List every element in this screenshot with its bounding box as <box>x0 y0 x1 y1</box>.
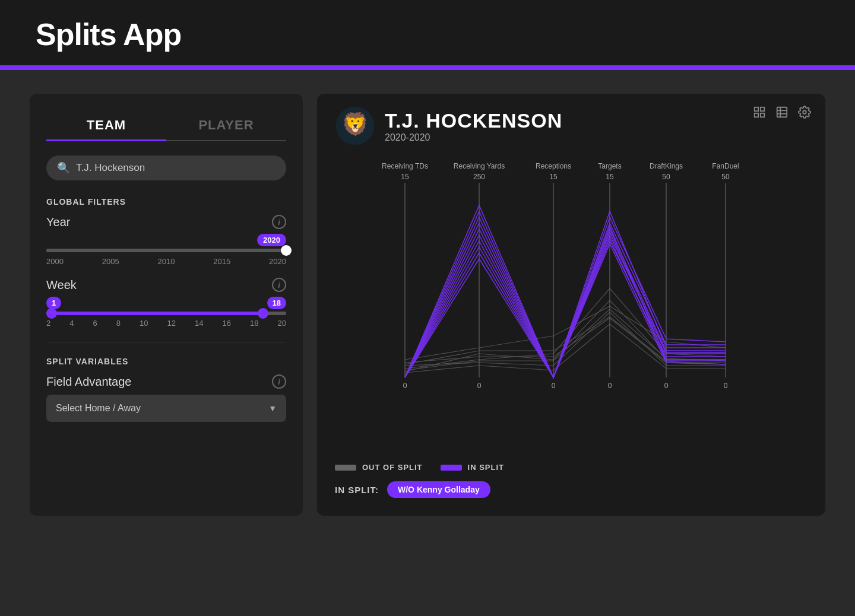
week-filter-row: Week i <box>46 278 286 292</box>
week-label-20: 20 <box>277 319 286 328</box>
dropdown-arrow-icon: ▼ <box>268 404 277 413</box>
tab-team[interactable]: TEAM <box>46 112 166 141</box>
left-panel: TEAM PLAYER 🔍 GLOBAL FILTERS Year i 2020 <box>30 94 303 516</box>
year-label-2015: 2015 <box>213 257 230 266</box>
home-away-dropdown[interactable]: Select Home / Away ▼ <box>46 395 286 422</box>
week-label-18: 18 <box>250 319 258 328</box>
chart-area: Receiving TDs Receiving Yards Receptions… <box>335 158 808 455</box>
week-label-14: 14 <box>195 319 203 328</box>
week-bubbles: 1 18 <box>46 297 286 309</box>
tab-active-indicator <box>46 139 166 141</box>
svg-rect-2 <box>761 113 764 117</box>
svg-rect-4 <box>777 107 787 118</box>
header: Splits App <box>0 0 855 65</box>
week-slider-thumb-left[interactable] <box>46 308 57 319</box>
search-icon: 🔍 <box>57 161 70 174</box>
global-filters-label: GLOBAL FILTERS <box>46 197 286 207</box>
year-label-2005: 2005 <box>102 257 119 266</box>
app-title: Splits App <box>36 17 819 52</box>
year-info-icon[interactable]: i <box>272 215 286 229</box>
week-slider-thumb-right[interactable] <box>258 308 268 319</box>
week-label-10: 10 <box>140 319 148 328</box>
svg-text:DraftKings: DraftKings <box>650 162 683 170</box>
year-filter-row: Year i <box>46 215 286 229</box>
settings-icon[interactable] <box>798 106 811 122</box>
legend-in-split: IN SPLIT <box>441 463 504 472</box>
field-advantage-row: Field Advantage i <box>46 374 286 389</box>
svg-text:250: 250 <box>473 173 485 181</box>
svg-text:FanDuel: FanDuel <box>712 162 739 170</box>
svg-text:0: 0 <box>403 382 407 390</box>
purple-divider <box>0 65 855 70</box>
week-label-4: 4 <box>69 319 74 328</box>
week-label-6: 6 <box>93 319 97 328</box>
in-split-color <box>441 465 462 471</box>
svg-text:Receiving Yards: Receiving Yards <box>454 162 505 170</box>
team-logo: 🦁 <box>335 106 375 146</box>
week-slider-track[interactable] <box>46 312 286 315</box>
year-slider-fill <box>46 249 286 252</box>
player-info: T.J. HOCKENSON 2020-2020 <box>385 109 562 143</box>
week-label: Week <box>46 278 77 292</box>
parallel-chart: Receiving TDs Receiving Yards Receptions… <box>335 158 808 431</box>
svg-rect-1 <box>761 107 764 111</box>
week-label-16: 16 <box>222 319 230 328</box>
divider <box>46 342 286 342</box>
in-split-badge[interactable]: W/O Kenny Golladay <box>387 481 490 498</box>
year-slider-labels: 2000 2005 2010 2015 2020 <box>46 257 286 266</box>
svg-text:0: 0 <box>552 382 556 390</box>
week-min-bubble: 1 <box>46 297 61 309</box>
home-away-dropdown-value: Select Home / Away <box>56 403 141 414</box>
year-label-2010: 2010 <box>158 257 175 266</box>
svg-point-8 <box>803 110 806 114</box>
in-split-row: IN SPLIT: W/O Kenny Golladay <box>335 481 808 498</box>
field-advantage-label: Field Advantage <box>46 375 131 389</box>
year-value-bubble: 2020 <box>257 234 286 246</box>
svg-text:Receptions: Receptions <box>536 162 571 170</box>
svg-rect-0 <box>755 107 758 111</box>
in-split-row-label: IN SPLIT: <box>335 485 379 495</box>
out-of-split-color <box>335 465 356 471</box>
svg-text:Targets: Targets <box>598 162 621 170</box>
svg-text:0: 0 <box>608 382 612 390</box>
year-label-2020: 2020 <box>269 257 286 266</box>
week-label-2: 2 <box>46 319 50 328</box>
week-info-icon[interactable]: i <box>272 278 286 292</box>
search-input[interactable] <box>76 162 276 174</box>
svg-text:Receiving TDs: Receiving TDs <box>382 162 428 170</box>
player-name: T.J. HOCKENSON <box>385 109 562 132</box>
out-of-split-label: OUT OF SPLIT <box>362 463 423 472</box>
year-label-2000: 2000 <box>46 257 64 266</box>
svg-text:🦁: 🦁 <box>341 111 369 138</box>
search-box: 🔍 <box>46 155 286 180</box>
year-label: Year <box>46 215 70 229</box>
tabs: TEAM PLAYER <box>46 112 286 141</box>
week-slider-fill <box>46 312 258 315</box>
svg-text:0: 0 <box>664 382 669 390</box>
field-advantage-info-icon[interactable]: i <box>272 374 286 389</box>
right-panel: 🦁 T.J. HOCKENSON 2020-2020 Receiving TDs… <box>317 94 825 516</box>
year-slider-thumb[interactable] <box>281 245 292 256</box>
player-header: 🦁 T.J. HOCKENSON 2020-2020 <box>335 106 808 146</box>
svg-text:50: 50 <box>721 173 730 181</box>
in-split-label: IN SPLIT <box>468 463 504 472</box>
year-slider-track <box>46 249 286 252</box>
main-content: TEAM PLAYER 🔍 GLOBAL FILTERS Year i 2020 <box>0 70 855 539</box>
tab-player[interactable]: PLAYER <box>166 112 286 141</box>
svg-text:0: 0 <box>477 382 482 390</box>
chart-icon[interactable] <box>753 106 766 122</box>
svg-text:15: 15 <box>401 173 409 181</box>
top-right-icons <box>753 106 811 122</box>
chart-legend: OUT OF SPLIT IN SPLIT <box>335 463 808 472</box>
week-max-bubble: 18 <box>267 297 286 309</box>
svg-rect-3 <box>755 113 758 117</box>
player-season: 2020-2020 <box>385 132 562 143</box>
week-label-8: 8 <box>116 319 121 328</box>
svg-text:15: 15 <box>606 173 614 181</box>
year-slider[interactable] <box>46 249 286 252</box>
svg-text:15: 15 <box>549 173 558 181</box>
table-icon[interactable] <box>775 106 788 122</box>
svg-text:50: 50 <box>662 173 670 181</box>
legend-out-of-split: OUT OF SPLIT <box>335 463 423 472</box>
week-label-12: 12 <box>167 319 175 328</box>
